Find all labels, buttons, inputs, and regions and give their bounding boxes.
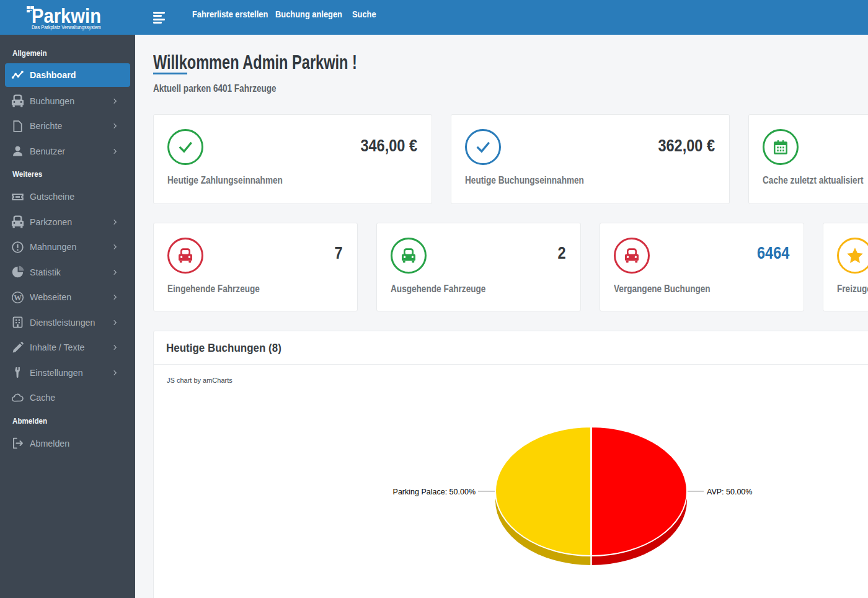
svg-text:Parking Palace: 50.00%: Parking Palace: 50.00% — [393, 488, 476, 496]
svg-text:W: W — [14, 293, 22, 301]
svg-text:AVP: 50.00%: AVP: 50.00% — [707, 488, 752, 496]
